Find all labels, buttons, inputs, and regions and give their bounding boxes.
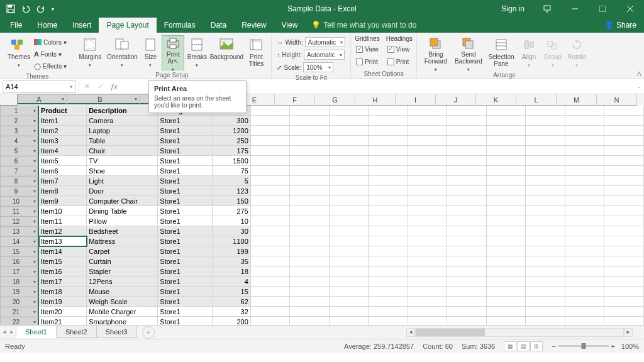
cell[interactable] bbox=[565, 236, 605, 246]
cell[interactable] bbox=[369, 216, 408, 226]
cell[interactable]: Store1 bbox=[158, 307, 213, 317]
print-titles-button[interactable]: PrintTitles bbox=[245, 35, 267, 70]
column-header-F[interactable]: F bbox=[275, 94, 315, 106]
cell[interactable]: Store1 bbox=[158, 196, 213, 206]
add-sheet-button[interactable]: + bbox=[142, 326, 155, 339]
column-header-H[interactable]: H bbox=[355, 94, 396, 106]
cell[interactable] bbox=[369, 297, 408, 307]
cell[interactable] bbox=[251, 236, 291, 246]
cell[interactable] bbox=[330, 287, 369, 297]
cell[interactable]: Smartphone bbox=[87, 317, 158, 325]
cell[interactable]: 123 bbox=[213, 186, 251, 196]
scroll-left-button[interactable]: ◄ bbox=[406, 328, 415, 337]
cell[interactable] bbox=[526, 216, 565, 226]
cell[interactable]: Store1 bbox=[158, 156, 213, 166]
align-button[interactable]: Align▾ bbox=[518, 35, 540, 70]
horizontal-scrollbar[interactable]: ◄ ► bbox=[406, 328, 633, 337]
cell[interactable] bbox=[604, 206, 644, 216]
sheet-tab[interactable]: Sheet2 bbox=[56, 326, 97, 338]
cell[interactable] bbox=[526, 146, 565, 156]
cell[interactable] bbox=[565, 266, 605, 277]
zoom-in-button[interactable]: + bbox=[611, 343, 615, 350]
cell[interactable] bbox=[447, 266, 487, 277]
cell[interactable]: 300 bbox=[213, 116, 251, 126]
cell[interactable] bbox=[408, 106, 448, 116]
collapse-ribbon-button[interactable]: ᐱ bbox=[637, 70, 641, 77]
column-header-L[interactable]: L bbox=[516, 94, 557, 106]
cell[interactable] bbox=[290, 226, 330, 236]
cell[interactable] bbox=[369, 246, 408, 256]
cell[interactable] bbox=[447, 116, 487, 126]
cell[interactable]: Pillow bbox=[87, 216, 158, 226]
sheet-tab[interactable]: Sheet3 bbox=[96, 326, 137, 338]
cell[interactable]: Store1 bbox=[158, 287, 213, 297]
cell[interactable] bbox=[408, 287, 448, 297]
cell[interactable] bbox=[526, 317, 565, 325]
cell[interactable] bbox=[565, 297, 605, 307]
cell[interactable] bbox=[251, 287, 291, 297]
cell[interactable] bbox=[330, 126, 369, 136]
cell[interactable] bbox=[604, 236, 644, 246]
cell[interactable] bbox=[369, 186, 408, 196]
insert-function-button[interactable]: ƒx bbox=[107, 80, 121, 93]
cell[interactable] bbox=[330, 266, 369, 277]
cell[interactable] bbox=[408, 176, 448, 186]
cell[interactable] bbox=[408, 116, 448, 126]
cell[interactable] bbox=[604, 226, 644, 236]
tab-formulas[interactable]: Formulas bbox=[157, 18, 203, 33]
cell[interactable]: Store1 bbox=[158, 266, 213, 277]
cell[interactable] bbox=[447, 126, 487, 136]
cell[interactable] bbox=[526, 236, 565, 246]
cell[interactable] bbox=[290, 317, 330, 325]
bring-forward-button[interactable]: BringForward▾ bbox=[421, 35, 451, 70]
cell[interactable] bbox=[369, 136, 408, 146]
scroll-thumb[interactable] bbox=[416, 329, 485, 336]
cell[interactable]: 200 bbox=[213, 317, 251, 325]
cell[interactable] bbox=[604, 166, 644, 176]
row-header[interactable]: 22 bbox=[0, 317, 39, 325]
cell[interactable] bbox=[290, 106, 330, 116]
cell[interactable] bbox=[290, 156, 330, 166]
row-header[interactable]: 6 bbox=[0, 156, 39, 166]
row-header[interactable]: 21 bbox=[0, 307, 39, 317]
cell[interactable] bbox=[604, 186, 644, 196]
cell[interactable] bbox=[447, 246, 487, 256]
cell[interactable] bbox=[330, 206, 369, 216]
cell[interactable]: Item17 bbox=[39, 277, 87, 287]
cell[interactable] bbox=[487, 156, 526, 166]
cell[interactable] bbox=[369, 236, 408, 246]
cell[interactable] bbox=[330, 256, 369, 266]
undo-button[interactable] bbox=[19, 2, 33, 16]
cell[interactable] bbox=[408, 236, 448, 246]
cell[interactable]: Product bbox=[39, 106, 87, 116]
row-header[interactable]: 4 bbox=[0, 136, 39, 146]
column-header-I[interactable]: I bbox=[396, 94, 436, 106]
cell[interactable]: Item4 bbox=[39, 146, 87, 156]
cell[interactable]: Store1 bbox=[158, 246, 213, 256]
cell[interactable]: Item6 bbox=[39, 166, 87, 176]
tab-file[interactable]: File bbox=[3, 18, 30, 33]
cell[interactable] bbox=[565, 176, 605, 186]
cell[interactable] bbox=[565, 287, 605, 297]
cell[interactable]: 1100 bbox=[213, 236, 251, 246]
cell[interactable] bbox=[369, 277, 408, 287]
cell[interactable] bbox=[565, 307, 605, 317]
cell[interactable] bbox=[526, 226, 565, 236]
cell[interactable] bbox=[369, 287, 408, 297]
cell[interactable]: 18 bbox=[213, 266, 251, 277]
cell[interactable]: Store1 bbox=[158, 226, 213, 236]
headings-print-checkbox[interactable]: Print bbox=[386, 56, 413, 67]
cell[interactable] bbox=[604, 196, 644, 206]
row-header[interactable]: 17 bbox=[0, 266, 39, 277]
cell[interactable]: Carpet bbox=[87, 246, 158, 256]
column-header-K[interactable]: K bbox=[476, 94, 516, 106]
cell[interactable]: 12Pens bbox=[87, 277, 158, 287]
cell[interactable]: Shoe bbox=[87, 166, 158, 176]
cell[interactable] bbox=[447, 256, 487, 266]
cell[interactable] bbox=[369, 146, 408, 156]
cell[interactable] bbox=[487, 186, 526, 196]
cell[interactable] bbox=[604, 116, 644, 126]
cell[interactable] bbox=[604, 246, 644, 256]
maximize-button[interactable] bbox=[589, 0, 616, 18]
cell[interactable] bbox=[330, 136, 369, 146]
